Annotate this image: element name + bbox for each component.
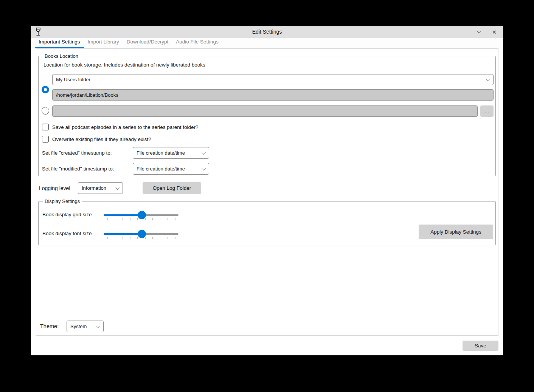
theme-combobox[interactable]: System <box>67 321 104 332</box>
preset-path-radio[interactable] <box>42 86 49 93</box>
chevron-down-icon <box>477 29 481 33</box>
slider-fill <box>104 214 142 216</box>
modified-timestamp-value: File creation date/time <box>137 166 185 172</box>
save-button[interactable]: Save <box>463 341 498 351</box>
edit-settings-dialog: Edit Settings × Important Settings Impor… <box>31 26 503 355</box>
custom-path-field[interactable] <box>52 105 478 117</box>
books-location-groupbox: Books Location Location for book storage… <box>38 56 496 176</box>
font-size-slider-label: Book display font size <box>42 231 92 236</box>
created-timestamp-value: File creation date/time <box>137 150 185 156</box>
chevron-down-icon <box>115 185 120 189</box>
display-settings-groupbox: Display Settings Book display grid size … <box>38 201 496 245</box>
theme-label: Theme: <box>40 323 59 329</box>
logging-level-label: Logging level <box>39 185 70 191</box>
folder-preset-combobox[interactable]: My Users folder <box>52 74 494 85</box>
slider-fill <box>104 233 142 235</box>
podcast-series-checkbox[interactable] <box>42 124 49 130</box>
minimize-button[interactable] <box>474 27 484 37</box>
tab-audio-file-settings[interactable]: Audio File Settings <box>172 38 222 47</box>
title-bar: Edit Settings × <box>31 26 503 38</box>
podcast-series-checkbox-label[interactable]: Save all podcast episodes in a series to… <box>52 124 198 130</box>
chevron-down-icon <box>202 150 206 154</box>
logging-level-value: Information <box>82 185 106 191</box>
tab-important-settings[interactable]: Important Settings <box>35 38 84 48</box>
preset-path-field[interactable] <box>52 89 494 101</box>
close-button[interactable]: × <box>489 27 499 37</box>
chevron-down-icon <box>486 77 490 81</box>
chevron-down-icon <box>96 324 100 328</box>
close-icon: × <box>492 28 496 36</box>
tab-import-library[interactable]: Import Library <box>84 38 123 47</box>
chevron-down-icon <box>202 166 206 170</box>
overwrite-files-checkbox[interactable] <box>42 136 49 143</box>
modified-timestamp-combobox[interactable]: File creation date/time <box>133 163 209 175</box>
tab-strip: Important Settings Import Library Downlo… <box>31 38 503 48</box>
books-location-legend: Books Location <box>43 53 80 59</box>
books-location-description: Location for book storage. Includes dest… <box>43 62 205 68</box>
folder-preset-value: My Users folder <box>56 77 90 82</box>
modified-timestamp-label: Set file "modified" timestamp to: <box>42 166 114 172</box>
grid-size-slider-label: Book display grid size <box>42 212 92 217</box>
grid-size-slider-ticks <box>107 218 175 221</box>
theme-value: System <box>70 324 87 329</box>
overwrite-files-checkbox-label[interactable]: Overwrite existing files if they already… <box>52 136 151 142</box>
created-timestamp-combobox[interactable]: File creation date/time <box>133 147 209 159</box>
tab-download-decrypt[interactable]: Download/Decrypt <box>123 38 172 47</box>
open-log-folder-button[interactable]: Open Log Folder <box>143 182 201 194</box>
created-timestamp-label: Set file "created" timestamp to: <box>42 150 112 156</box>
browse-button[interactable]: ... <box>480 105 494 117</box>
window-title: Edit Settings <box>31 29 503 35</box>
custom-path-radio[interactable] <box>42 107 49 115</box>
apply-display-settings-button[interactable]: Apply Display Settings <box>419 225 493 239</box>
font-size-slider-ticks <box>107 237 175 240</box>
logging-level-combobox[interactable]: Information <box>78 182 123 194</box>
important-settings-panel: Books Location Location for book storage… <box>36 48 498 336</box>
display-settings-legend: Display Settings <box>43 198 82 205</box>
